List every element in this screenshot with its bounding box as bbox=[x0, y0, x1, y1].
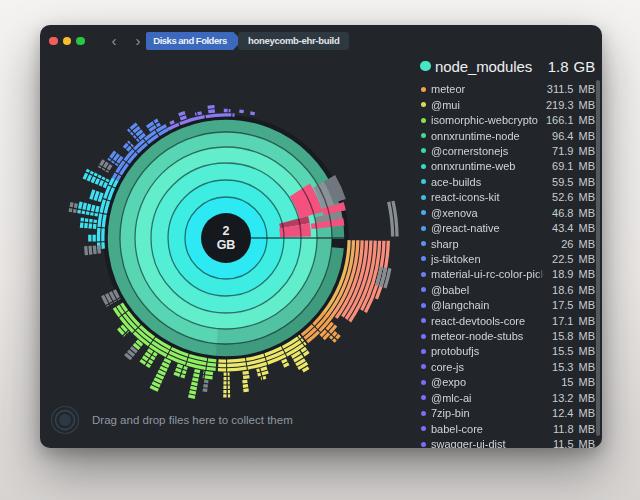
list-item[interactable]: react-icons-kit52.6MB bbox=[414, 190, 596, 205]
item-color-dot bbox=[421, 102, 426, 107]
item-size-unit: MB bbox=[579, 438, 596, 448]
scrollbar-thumb[interactable] bbox=[596, 80, 601, 436]
item-size-value: 71.9 bbox=[544, 145, 574, 157]
item-color-dot bbox=[421, 426, 426, 431]
list-item[interactable]: @babel18.6MB bbox=[414, 282, 596, 297]
item-size-unit: MB bbox=[579, 268, 596, 280]
item-color-dot bbox=[421, 179, 426, 184]
item-size-unit: MB bbox=[579, 191, 596, 203]
item-color-dot bbox=[421, 118, 426, 123]
item-size-value: 59.5 bbox=[544, 176, 574, 188]
list-item[interactable]: meteor311.5MB bbox=[414, 82, 596, 97]
item-color-dot bbox=[421, 442, 426, 447]
desktop-background: ‹ › Disks and Folders honeycomb-ehr-buil… bbox=[0, 0, 640, 500]
item-color-dot bbox=[421, 334, 426, 339]
item-size-unit: MB bbox=[579, 361, 596, 373]
item-size-value: 69.1 bbox=[544, 160, 574, 172]
item-size-unit: MB bbox=[579, 284, 596, 296]
item-name: swagger-ui-dist bbox=[431, 438, 544, 448]
item-color-dot bbox=[421, 241, 426, 246]
list-item[interactable]: core-js15.3MB bbox=[414, 359, 596, 374]
item-color-dot bbox=[421, 395, 426, 400]
item-name: meteor bbox=[431, 83, 544, 95]
list-item[interactable]: onnxruntime-node96.4MB bbox=[414, 128, 596, 143]
folder-color-dot bbox=[420, 61, 431, 72]
item-size-value: 11.8 bbox=[544, 423, 574, 435]
item-color-dot bbox=[421, 210, 426, 215]
collector-icon[interactable] bbox=[50, 405, 80, 435]
list-header[interactable]: node_modules 1.8 GB bbox=[414, 55, 596, 77]
item-color-dot bbox=[421, 256, 426, 261]
list-item[interactable]: meteor-node-stubs15.8MB bbox=[414, 328, 596, 343]
item-color-dot bbox=[421, 380, 426, 385]
item-name: ace-builds bbox=[431, 176, 544, 188]
list-item[interactable]: material-ui-rc-color-picker18.9MB bbox=[414, 267, 596, 282]
list-item[interactable]: sharp26MB bbox=[414, 236, 596, 251]
item-color-dot bbox=[421, 287, 426, 292]
drag-drop-hint: Drag and drop files here to collect them bbox=[92, 414, 293, 427]
list-item[interactable]: @expo15MB bbox=[414, 375, 596, 390]
list-item[interactable]: onnxruntime-web69.1MB bbox=[414, 159, 596, 174]
item-size-unit: MB bbox=[579, 207, 596, 219]
item-size-unit: MB bbox=[579, 130, 596, 142]
item-size-value: 13.2 bbox=[544, 392, 574, 404]
item-size-unit: MB bbox=[579, 407, 596, 419]
item-name: @react-native bbox=[431, 222, 544, 234]
item-color-dot bbox=[421, 318, 426, 323]
list-item[interactable]: 7zip-bin12.4MB bbox=[414, 405, 596, 420]
item-name: react-icons-kit bbox=[431, 191, 544, 203]
folder-size-value: 1.8 bbox=[535, 58, 569, 75]
item-name: isomorphic-webcrypto bbox=[431, 114, 544, 126]
item-color-dot bbox=[421, 411, 426, 416]
item-size-unit: MB bbox=[579, 345, 596, 357]
item-name: meteor-node-stubs bbox=[431, 330, 544, 342]
item-size-value: 18.6 bbox=[544, 284, 574, 296]
item-name: 7zip-bin bbox=[431, 407, 544, 419]
item-size-value: 15.5 bbox=[544, 345, 574, 357]
list-item[interactable]: js-tiktoken22.5MB bbox=[414, 251, 596, 266]
item-size-value: 219.3 bbox=[544, 99, 574, 111]
item-name: material-ui-rc-color-picker bbox=[431, 268, 544, 280]
item-size-unit: MB bbox=[579, 238, 596, 250]
item-size-value: 15 bbox=[544, 376, 574, 388]
list-item[interactable]: isomorphic-webcrypto166.1MB bbox=[414, 112, 596, 127]
item-color-dot bbox=[421, 226, 426, 231]
item-size-value: 46.8 bbox=[544, 207, 574, 219]
item-color-dot bbox=[421, 164, 426, 169]
item-size-unit: MB bbox=[579, 423, 596, 435]
total-size-label: 2 GB bbox=[217, 224, 236, 252]
item-size-value: 26 bbox=[544, 238, 574, 250]
item-color-dot bbox=[421, 303, 426, 308]
item-color-dot bbox=[421, 364, 426, 369]
item-name: react-devtools-core bbox=[431, 315, 544, 327]
item-size-unit: MB bbox=[579, 145, 596, 157]
item-size-value: 17.5 bbox=[544, 299, 574, 311]
list-item[interactable]: swagger-ui-dist11.5MB bbox=[414, 436, 596, 448]
list-item[interactable]: @cornerstonejs71.9MB bbox=[414, 143, 596, 158]
item-size-unit: MB bbox=[579, 330, 596, 342]
list-item[interactable]: ace-builds59.5MB bbox=[414, 174, 596, 189]
item-size-unit: MB bbox=[579, 392, 596, 404]
item-size-value: 22.5 bbox=[544, 253, 574, 265]
list-item[interactable]: babel-core11.8MB bbox=[414, 421, 596, 436]
list-item[interactable]: @langchain17.5MB bbox=[414, 298, 596, 313]
item-color-dot bbox=[421, 148, 426, 153]
list-item[interactable]: @mlc-ai13.2MB bbox=[414, 390, 596, 405]
list-item[interactable]: @mui219.3MB bbox=[414, 97, 596, 112]
list-item[interactable]: protobufjs15.5MB bbox=[414, 344, 596, 359]
item-name: @babel bbox=[431, 284, 544, 296]
app-window: ‹ › Disks and Folders honeycomb-ehr-buil… bbox=[40, 25, 602, 448]
item-size-unit: MB bbox=[579, 253, 596, 265]
item-name: core-js bbox=[431, 361, 544, 373]
item-size-value: 96.4 bbox=[544, 130, 574, 142]
item-size-value: 15.3 bbox=[544, 361, 574, 373]
item-name: @cornerstonejs bbox=[431, 145, 544, 157]
item-size-value: 17.1 bbox=[544, 315, 574, 327]
list-item[interactable]: @xenova46.8MB bbox=[414, 205, 596, 220]
item-color-dot bbox=[421, 272, 426, 277]
folder-name: node_modules bbox=[435, 58, 535, 75]
item-color-dot bbox=[421, 133, 426, 138]
item-size-unit: MB bbox=[579, 315, 596, 327]
list-item[interactable]: @react-native43.4MB bbox=[414, 220, 596, 235]
list-item[interactable]: react-devtools-core17.1MB bbox=[414, 313, 596, 328]
